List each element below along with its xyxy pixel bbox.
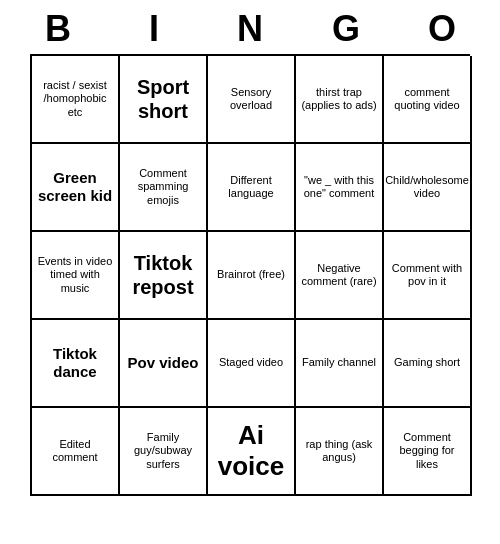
bingo-cell[interactable]: Green screen kid [32,144,120,232]
letter-b: B [14,8,102,50]
bingo-cell[interactable]: Tiktok dance [32,320,120,408]
bingo-cell[interactable]: Ai voice [208,408,296,496]
bingo-cell[interactable]: Different language [208,144,296,232]
bingo-cell[interactable]: Child/wholesome video [384,144,472,232]
bingo-cell[interactable]: racist / sexist /homophobic etc [32,56,120,144]
bingo-grid: racist / sexist /homophobic etcSport sho… [30,54,470,496]
bingo-cell[interactable]: Sensory overload [208,56,296,144]
bingo-cell[interactable]: Staged video [208,320,296,408]
bingo-cell[interactable]: Gaming short [384,320,472,408]
bingo-cell[interactable]: Brainrot (free) [208,232,296,320]
bingo-cell[interactable]: Comment begging for likes [384,408,472,496]
bingo-cell[interactable]: "we _ with this one" comment [296,144,384,232]
bingo-header: B I N G O [10,0,490,54]
bingo-cell[interactable]: Sport short [120,56,208,144]
bingo-cell[interactable]: Negative comment (rare) [296,232,384,320]
bingo-cell[interactable]: Events in video timed with music [32,232,120,320]
letter-n: N [206,8,294,50]
bingo-cell[interactable]: Comment with pov in it [384,232,472,320]
bingo-cell[interactable]: Comment spamming emojis [120,144,208,232]
bingo-cell[interactable]: Family guy/subway surfers [120,408,208,496]
bingo-cell[interactable]: thirst trap (applies to ads) [296,56,384,144]
bingo-cell[interactable]: Tiktok repost [120,232,208,320]
bingo-cell[interactable]: rap thing (ask angus) [296,408,384,496]
bingo-cell[interactable]: Pov video [120,320,208,408]
bingo-cell[interactable]: Edited comment [32,408,120,496]
letter-i: I [110,8,198,50]
bingo-cell[interactable]: comment quoting video [384,56,472,144]
bingo-cell[interactable]: Family channel [296,320,384,408]
letter-g: G [302,8,390,50]
letter-o: O [398,8,486,50]
